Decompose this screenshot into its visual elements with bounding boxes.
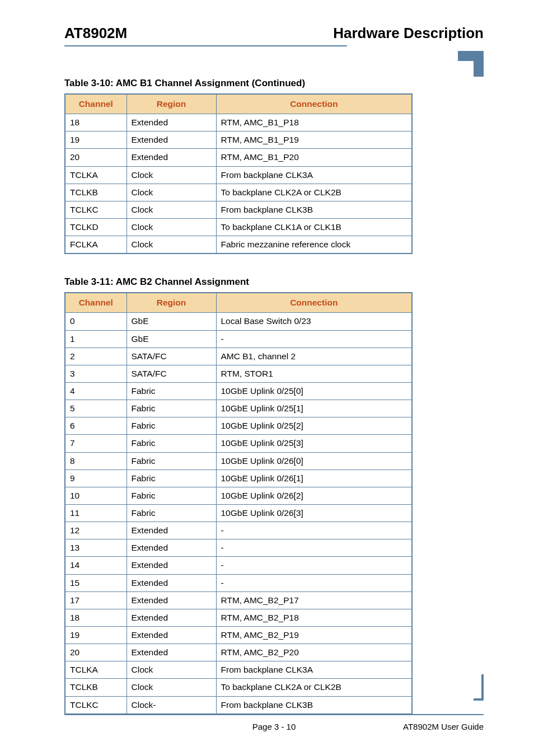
cell-connection: 10GbE Uplink 0/26[0] (216, 452, 412, 469)
cell-channel: 9 (65, 469, 127, 487)
cell-channel: 0 (65, 313, 127, 330)
cell-region: Fabric (127, 417, 216, 435)
table-row: TCLKAClockFrom backplane CLK3A (65, 166, 412, 184)
corner-decoration-top (458, 51, 484, 77)
cell-connection: Local Base Switch 0/23 (216, 313, 412, 330)
col-region: Region (127, 293, 216, 313)
cell-connection: To backplane CLK1A or CLK1B (216, 218, 412, 236)
cell-connection: - (216, 557, 412, 574)
cell-channel: FCLKA (65, 236, 127, 254)
cell-region: Fabric (127, 400, 216, 417)
footer-guide: AT8902M User Guide (403, 722, 484, 731)
cell-connection: 10GbE Uplink 0/26[1] (216, 469, 412, 487)
cell-connection: RTM, AMC_B2_P20 (216, 644, 412, 661)
cell-channel: 2 (65, 348, 127, 365)
cell-channel: 3 (65, 365, 127, 382)
cell-channel: 19 (65, 132, 127, 149)
cell-region: Fabric (127, 382, 216, 400)
col-channel: Channel (65, 293, 127, 313)
cell-region: Fabric (127, 435, 216, 452)
cell-channel: 10 (65, 487, 127, 504)
table-row: 15Extended- (65, 574, 412, 591)
table-row: 14Extended- (65, 557, 412, 574)
cell-connection: From backplane CLK3A (216, 166, 412, 184)
cell-channel: 17 (65, 591, 127, 609)
cell-region: Clock (127, 184, 216, 201)
cell-region: Clock (127, 236, 216, 254)
cell-region: Clock (127, 201, 216, 218)
cell-region: Extended (127, 557, 216, 574)
footer-rule (64, 714, 484, 715)
table-row: 18ExtendedRTM, AMC_B1_P18 (65, 114, 412, 132)
table-row: 13Extended- (65, 539, 412, 557)
cell-connection: RTM, AMC_B2_P19 (216, 626, 412, 644)
cell-connection: - (216, 539, 412, 557)
cell-region: GbE (127, 313, 216, 330)
table-row: TCLKBClockTo backplane CLK2A or CLK2B (65, 184, 412, 201)
col-connection: Connection (216, 293, 412, 313)
table-header-row: Channel Region Connection (65, 94, 412, 114)
cell-channel: 20 (65, 644, 127, 661)
table-row: 2SATA/FCAMC B1, channel 2 (65, 348, 412, 365)
cell-region: Extended (127, 149, 216, 166)
cell-channel: TCLKD (65, 218, 127, 236)
cell-channel: TCLKC (65, 201, 127, 218)
table-row: 6Fabric10GbE Uplink 0/25[2] (65, 417, 412, 435)
cell-connection: - (216, 522, 412, 539)
cell-connection: 10GbE Uplink 0/26[2] (216, 487, 412, 504)
table-row: 19ExtendedRTM, AMC_B1_P19 (65, 132, 412, 149)
table-row: 11Fabric10GbE Uplink 0/26[3] (65, 504, 412, 522)
cell-region: Clock (127, 661, 216, 679)
header-rule (64, 45, 347, 46)
cell-connection: From backplane CLK3B (216, 201, 412, 218)
cell-region: Fabric (127, 487, 216, 504)
cell-region: Extended (127, 522, 216, 539)
table-row: 17ExtendedRTM, AMC_B2_P17 (65, 591, 412, 609)
table-header-row: Channel Region Connection (65, 293, 412, 313)
header-left: AT8902M (64, 25, 127, 42)
cell-channel: 14 (65, 557, 127, 574)
cell-region: Clock- (127, 696, 216, 714)
table-amc-b2: Channel Region Connection 0GbELocal Base… (64, 292, 413, 714)
cell-channel: 8 (65, 452, 127, 469)
table-row: 7Fabric10GbE Uplink 0/25[3] (65, 435, 412, 452)
cell-channel: 4 (65, 382, 127, 400)
table-row: 1GbE- (65, 330, 412, 348)
cell-region: Fabric (127, 469, 216, 487)
table1-caption: Table 3-10: AMC B1 Channel Assignment (C… (64, 78, 484, 89)
header-rule-wrap (64, 45, 484, 57)
cell-connection: RTM, AMC_B2_P17 (216, 591, 412, 609)
cell-channel: 19 (65, 626, 127, 644)
cell-region: Extended (127, 539, 216, 557)
cell-channel: 5 (65, 400, 127, 417)
cell-connection: 10GbE Uplink 0/25[1] (216, 400, 412, 417)
table-row: TCLKDClockTo backplane CLK1A or CLK1B (65, 218, 412, 236)
table-row: 3SATA/FCRTM, STOR1 (65, 365, 412, 382)
cell-region: Extended (127, 591, 216, 609)
cell-region: SATA/FC (127, 365, 216, 382)
cell-connection: To backplane CLK2A or CLK2B (216, 679, 412, 696)
cell-channel: 18 (65, 114, 127, 132)
cell-channel: TCLKA (65, 166, 127, 184)
cell-connection: 10GbE Uplink 0/25[0] (216, 382, 412, 400)
cell-connection: RTM, AMC_B1_P20 (216, 149, 412, 166)
cell-channel: TCLKB (65, 679, 127, 696)
table-row: 19ExtendedRTM, AMC_B2_P19 (65, 626, 412, 644)
corner-decoration-bottom (474, 674, 484, 701)
cell-channel: 20 (65, 149, 127, 166)
table-row: TCLKBClockTo backplane CLK2A or CLK2B (65, 679, 412, 696)
table-row: 10Fabric10GbE Uplink 0/26[2] (65, 487, 412, 504)
table-row: TCLKCClockFrom backplane CLK3B (65, 201, 412, 218)
cell-connection: Fabric mezzanine reference clock (216, 236, 412, 254)
cell-connection: 10GbE Uplink 0/26[3] (216, 504, 412, 522)
cell-region: Extended (127, 609, 216, 626)
table-row: 9Fabric10GbE Uplink 0/26[1] (65, 469, 412, 487)
cell-connection: RTM, AMC_B1_P18 (216, 114, 412, 132)
cell-region: GbE (127, 330, 216, 348)
table-row: 20ExtendedRTM, AMC_B2_P20 (65, 644, 412, 661)
cell-connection: AMC B1, channel 2 (216, 348, 412, 365)
cell-region: Clock (127, 679, 216, 696)
cell-region: Extended (127, 644, 216, 661)
table-row: 18ExtendedRTM, AMC_B2_P18 (65, 609, 412, 626)
col-channel: Channel (65, 94, 127, 114)
